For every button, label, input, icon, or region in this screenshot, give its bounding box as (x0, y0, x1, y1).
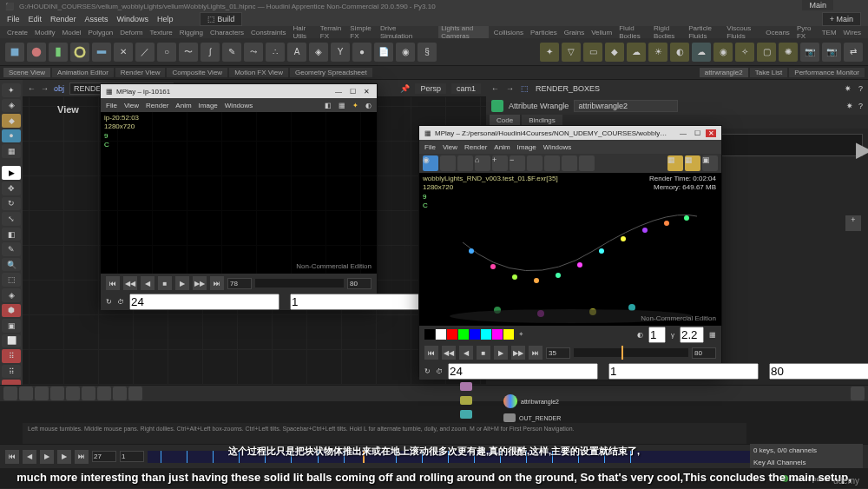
realtime-icon[interactable]: ⏱ (436, 367, 443, 375)
tool-icon[interactable]: ⬚ (2, 273, 21, 287)
mp-tool-icon[interactable] (562, 155, 577, 171)
fps-input[interactable] (129, 294, 279, 310)
ambientlight-icon[interactable]: ✺ (779, 43, 798, 62)
gilight-icon[interactable]: ◉ (713, 43, 733, 62)
mp-menu-render[interactable]: Render (146, 102, 168, 109)
skylight-icon[interactable]: ☁ (692, 43, 711, 62)
mp-menu-anim[interactable]: Anim (494, 143, 510, 151)
nettool-icon[interactable] (66, 387, 80, 400)
next-icon[interactable]: ▶▶ (511, 346, 525, 360)
shelf-tab-r[interactable]: TEM (820, 29, 838, 36)
tool-icon[interactable]: ◈ (2, 99, 21, 113)
metaball-icon[interactable]: ● (352, 43, 372, 62)
rotate-icon[interactable]: ↻ (2, 197, 21, 211)
nettool-icon[interactable] (35, 387, 49, 400)
shelf-tab-r[interactable]: Particles (529, 29, 559, 36)
snap-icon[interactable]: ⠿ (2, 365, 21, 379)
move-icon[interactable]: ✥ (2, 182, 21, 195)
path-obj[interactable]: obj (54, 84, 64, 93)
tab-geomspread[interactable]: Geometry Spreadsheet (290, 68, 372, 77)
shelf-tab[interactable]: Constraints (249, 29, 287, 36)
tool-icon[interactable]: ▦ (2, 144, 21, 158)
mplay2-titlebar[interactable]: ▦ MPlay – Z:/personal/Houdini4Courses/NO… (419, 126, 721, 140)
envlight-icon[interactable]: ◐ (670, 43, 689, 62)
platonic-icon[interactable]: ◈ (309, 43, 328, 62)
shelf-tab-r[interactable]: Lights and Cameras (438, 26, 488, 38)
menu-windows[interactable]: Windows (117, 15, 149, 23)
node-out-render[interactable]: OUT_RENDER (503, 413, 561, 422)
line-icon[interactable]: ／ (135, 43, 155, 62)
gear-icon[interactable]: ✷ (846, 102, 853, 110)
shelf-tab[interactable]: Modify (33, 29, 57, 36)
shelf-tab[interactable]: Simple FX (348, 26, 375, 38)
mp-tool-icon[interactable] (527, 155, 542, 171)
mp-tool-icon[interactable] (440, 155, 456, 171)
realtime-icon[interactable]: ⏱ (117, 298, 124, 306)
mp-tool-icon[interactable]: ▦ (685, 155, 700, 171)
mp-frame-input[interactable] (227, 278, 252, 289)
nettool-icon[interactable] (128, 387, 142, 400)
mp-scrubber[interactable] (255, 279, 344, 287)
tool-icon[interactable]: ⬢ (2, 304, 21, 318)
mplay2-viewport[interactable]: wobblyLights_RND_v003.test_01.$F.exr[35]… (419, 173, 721, 326)
nettool-icon[interactable] (50, 387, 64, 400)
tab-takelist[interactable]: Take List (750, 68, 788, 77)
max-icon[interactable]: ☐ (347, 88, 358, 96)
mp-tool-icon[interactable]: ◉ (423, 155, 438, 171)
help-icon[interactable]: ? (858, 102, 863, 110)
mp-end-input[interactable] (347, 278, 372, 289)
shelf-tab-r[interactable]: Pyro FX (795, 26, 817, 38)
play-icon[interactable]: ▶ (175, 276, 189, 290)
range-end-input[interactable] (769, 363, 868, 380)
last-icon[interactable]: ⏭ (529, 346, 542, 360)
desktop-main[interactable]: + Main (822, 12, 861, 26)
pin-icon[interactable]: 📌 (400, 84, 410, 93)
zoomin-icon[interactable]: + (492, 155, 508, 171)
mp-tool-icon[interactable]: ▣ (702, 155, 718, 171)
mp-end-input[interactable] (692, 347, 716, 359)
snap-icon[interactable]: ⠿ (2, 349, 21, 363)
curve-icon[interactable]: 〜 (179, 43, 198, 62)
scale-icon[interactable]: ⤡ (2, 212, 21, 226)
home-icon[interactable]: ⌂ (475, 155, 490, 171)
mp-menu-windows[interactable]: Windows (225, 102, 253, 109)
select-icon[interactable]: ▶ (2, 166, 21, 180)
close-icon[interactable]: ✕ (706, 129, 716, 137)
fwd-icon[interactable]: → (506, 84, 514, 93)
playrev-icon[interactable]: ◀ (141, 276, 155, 290)
arealight-icon[interactable]: ▭ (583, 43, 602, 62)
font-icon[interactable]: A (287, 43, 306, 62)
play-icon[interactable]: ▶ (494, 346, 508, 360)
close-icon[interactable]: ✕ (361, 88, 372, 96)
exposure-input[interactable] (648, 327, 666, 343)
nettool-icon[interactable] (113, 387, 127, 400)
shelf-tab[interactable]: Hair Utils (292, 26, 315, 38)
spotlight-icon[interactable]: ▽ (562, 43, 581, 62)
nettool-icon[interactable] (3, 387, 17, 400)
node-attribwrangle[interactable]: attribwrangle2 (503, 394, 559, 408)
shelf-tab[interactable]: Characters (208, 29, 246, 36)
first-icon[interactable]: ⏮ (424, 346, 438, 360)
menu-render[interactable]: Render (50, 15, 76, 23)
path-icon[interactable]: ⤳ (244, 43, 263, 62)
help-icon[interactable]: ? (858, 84, 863, 93)
tool-icon[interactable]: ◧ (2, 228, 21, 241)
null-icon[interactable]: ✕ (114, 43, 133, 62)
tool-icon[interactable]: ✎ (2, 242, 21, 256)
mp-menu-file[interactable]: File (106, 102, 117, 109)
path-obj[interactable]: ⬚ (521, 84, 529, 93)
fps-input[interactable] (448, 363, 598, 380)
circle-icon[interactable]: ○ (157, 43, 176, 62)
loop-icon[interactable]: ↻ (424, 367, 431, 375)
handles-icon[interactable]: ✦ (2, 83, 21, 97)
shelf-tab[interactable]: Create (5, 29, 30, 36)
mp-menu-view[interactable]: View (443, 143, 457, 151)
drawcurve-icon[interactable]: ✎ (222, 43, 241, 62)
picker-icon[interactable]: ⌖ (519, 330, 523, 339)
next-icon[interactable]: ▶▶ (193, 276, 207, 290)
prev-icon[interactable]: ◀◀ (123, 276, 137, 290)
menu-help[interactable]: Help (157, 15, 174, 23)
persp-select[interactable]: Persp (415, 83, 446, 94)
vrcam-icon[interactable]: 📷 (822, 43, 841, 62)
mp-tool-icon[interactable] (579, 155, 595, 171)
